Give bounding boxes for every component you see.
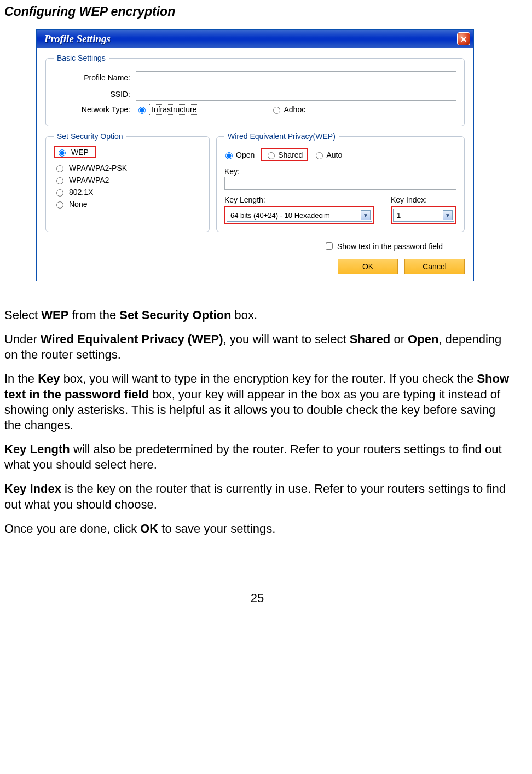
ssid-input[interactable]: [136, 88, 456, 101]
auto-radio-label: Auto: [326, 151, 342, 159]
key-index-value: 1: [397, 211, 401, 220]
close-icon: ✕: [460, 35, 467, 43]
set-security-option-group: Set Security Option WEP WPA/WPA2-PSK WPA…: [45, 132, 210, 232]
wpawpa2psk-radio-label: WPA/WPA2-PSK: [69, 164, 127, 172]
auto-radio[interactable]: Auto: [315, 151, 342, 159]
key-index-select[interactable]: 1 ▼: [393, 209, 454, 222]
wep-radio-input[interactable]: [59, 149, 66, 157]
key-length-value: 64 bits (40+24) - 10 Hexadecim: [230, 211, 330, 220]
key-index-highlight: 1 ▼: [391, 206, 456, 224]
ok-button[interactable]: OK: [338, 259, 398, 274]
shared-highlight: Shared: [261, 148, 308, 161]
chevron-down-icon: ▼: [443, 210, 453, 220]
basic-settings-group: Basic Settings Profile Name: SSID: Netwo…: [45, 54, 465, 126]
window-title: Profile Settings: [44, 33, 111, 45]
ssid-label: SSID:: [54, 90, 136, 99]
doc-paragraph-3: In the Key box, you will want to type in…: [4, 371, 510, 433]
open-radio-label: Open: [236, 151, 255, 159]
wpawpa2-radio-label: WPA/WPA2: [69, 176, 109, 184]
infrastructure-radio-label: Infrastructure: [149, 104, 199, 115]
none-radio[interactable]: None: [54, 200, 201, 209]
key-length-highlight: 64 bits (40+24) - 10 Hexadecim ▼: [224, 206, 374, 224]
profile-name-input[interactable]: [136, 71, 456, 84]
key-index-label: Key Index:: [391, 195, 456, 204]
doc-paragraph-2: Under Wired Equivalent Privacy (WEP), yo…: [4, 332, 510, 362]
shared-radio[interactable]: Shared: [267, 151, 303, 159]
close-button[interactable]: ✕: [457, 32, 470, 45]
shared-radio-label: Shared: [278, 151, 303, 159]
key-length-label: Key Length:: [224, 195, 374, 204]
wpawpa2-radio[interactable]: WPA/WPA2: [54, 176, 201, 184]
network-type-label: Network Type:: [54, 105, 136, 114]
wep-group: Wired Equivalent Privacy(WEP) Open Share…: [216, 132, 465, 232]
wpawpa2psk-radio-input[interactable]: [56, 165, 63, 172]
shared-radio-input[interactable]: [268, 152, 275, 159]
cancel-button-label: Cancel: [423, 262, 447, 271]
doc-paragraph-1: Select WEP from the Set Security Option …: [4, 308, 510, 323]
wep-radio-label: WEP: [71, 148, 89, 157]
page-number: 25: [4, 591, 510, 605]
open-radio[interactable]: Open: [224, 151, 255, 159]
open-radio-input[interactable]: [225, 152, 233, 159]
dot1x-radio-label: 802.1X: [69, 188, 93, 197]
wpawpa2psk-radio[interactable]: WPA/WPA2-PSK: [54, 164, 201, 172]
titlebar: Profile Settings ✕: [37, 30, 473, 48]
page-heading: Configuring WEP encryption: [4, 4, 510, 19]
doc-paragraph-4: Key Length will also be predetermined by…: [4, 442, 510, 472]
screenshot: Profile Settings ✕ Basic Settings Profil…: [36, 29, 510, 281]
dot1x-radio-input[interactable]: [56, 189, 63, 197]
doc-paragraph-5: Key Index is the key on the router that …: [4, 481, 510, 512]
adhoc-radio-label: Adhoc: [284, 105, 305, 114]
none-radio-label: None: [69, 200, 87, 209]
key-length-select[interactable]: 64 bits (40+24) - 10 Hexadecim ▼: [227, 209, 372, 222]
wep-radio[interactable]: WEP: [56, 148, 89, 157]
profile-settings-window: Profile Settings ✕ Basic Settings Profil…: [36, 29, 474, 281]
doc-paragraph-6: Once you are done, click OK to save your…: [4, 521, 510, 536]
dot1x-radio[interactable]: 802.1X: [54, 188, 201, 197]
cancel-button[interactable]: Cancel: [404, 259, 465, 274]
wep-legend: Wired Equivalent Privacy(WEP): [224, 132, 339, 141]
security-legend: Set Security Option: [54, 132, 126, 141]
adhoc-radio-input[interactable]: [273, 107, 280, 114]
key-label: Key:: [224, 167, 456, 176]
show-text-checkbox-input[interactable]: [326, 242, 333, 250]
infrastructure-radio[interactable]: Infrastructure: [136, 104, 199, 115]
ok-button-label: OK: [362, 262, 373, 271]
show-text-label: Show text in the password field: [337, 242, 443, 251]
wep-highlight: WEP: [54, 146, 96, 158]
profile-name-label: Profile Name:: [54, 73, 136, 82]
infrastructure-radio-input[interactable]: [138, 107, 146, 114]
show-text-checkbox[interactable]: Show text in the password field: [323, 241, 443, 251]
none-radio-input[interactable]: [56, 201, 63, 209]
adhoc-radio[interactable]: Adhoc: [270, 105, 305, 114]
basic-settings-legend: Basic Settings: [54, 54, 109, 62]
key-input[interactable]: [224, 177, 456, 190]
chevron-down-icon: ▼: [361, 210, 371, 220]
window-body: Basic Settings Profile Name: SSID: Netwo…: [37, 48, 473, 281]
wpawpa2-radio-input[interactable]: [56, 177, 63, 184]
auto-radio-input[interactable]: [316, 152, 323, 159]
